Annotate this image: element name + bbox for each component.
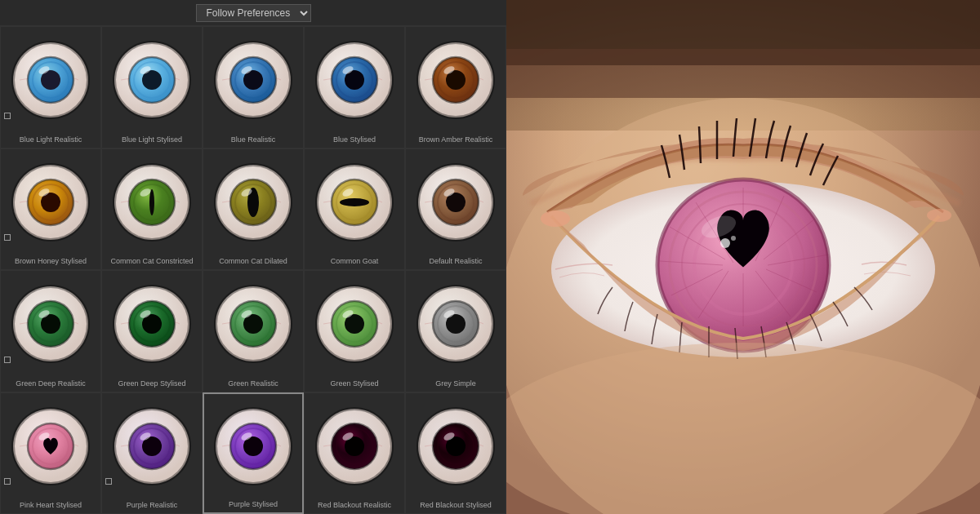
eyeball-container <box>1 149 100 256</box>
eye-item-label: Pink Heart Stylised <box>1 499 100 513</box>
eyeball-container <box>102 27 202 134</box>
item-indicator <box>4 113 11 119</box>
eye-item-label: Blue Realistic <box>203 134 303 148</box>
eyeball-container <box>1 271 100 378</box>
eyeball-container <box>305 393 404 500</box>
eyeball-container <box>406 149 506 256</box>
eyeball-svg <box>214 41 292 119</box>
eyeball-container <box>305 27 404 134</box>
eye-item-label: Green Stylised <box>305 378 404 392</box>
eyeball-container <box>102 271 202 378</box>
svg-point-46 <box>149 189 154 215</box>
eye-item[interactable]: Pink Heart Stylised <box>0 392 101 515</box>
eyeball-container <box>102 149 202 256</box>
eyeball-container <box>406 27 506 134</box>
eye-item[interactable]: Green Deep Realistic <box>0 270 101 392</box>
eye-item-label: Red Blackout Realistic <box>305 499 404 513</box>
eyeball-container <box>1 27 100 134</box>
right-panel <box>506 0 980 514</box>
eyeball-svg <box>11 163 90 241</box>
eye-item-label: Blue Light Realistic <box>1 134 100 148</box>
item-indicator <box>105 478 112 485</box>
eye-item[interactable]: Blue Light Realistic <box>0 26 101 148</box>
eye-item-label: Red Blackout Stylised <box>406 499 506 513</box>
eye-item-label: Blue Stylised <box>305 134 404 148</box>
eyeball-svg <box>416 407 495 485</box>
eye-item-label: Brown Honey Stylised <box>1 255 100 269</box>
item-indicator <box>4 234 11 241</box>
eyeball-container <box>406 393 506 500</box>
eye-item[interactable]: Red Blackout Stylised <box>405 392 506 515</box>
eye-item-label: Common Cat Constricted <box>102 255 202 269</box>
eye-item[interactable]: Brown Honey Stylised <box>0 148 101 271</box>
eye-item-label: Common Goat <box>305 255 404 269</box>
eyeball-svg <box>214 285 292 363</box>
eye-item-label: Green Deep Realistic <box>1 378 100 392</box>
eye-item-label: Default Realistic <box>406 255 506 269</box>
eyeball-container <box>203 149 303 256</box>
svg-point-166 <box>541 210 570 227</box>
eyeball-container <box>1 393 100 500</box>
svg-point-168 <box>506 343 980 514</box>
svg-point-167 <box>927 209 951 222</box>
eye-item-label: Grey Simple <box>406 378 506 392</box>
eyeball-svg <box>315 407 394 485</box>
svg-rect-143 <box>506 49 980 98</box>
eyeball-container <box>406 271 506 378</box>
left-panel: Follow PreferencesCustomPreset 1 Blue Li… <box>0 0 506 514</box>
eyeball-svg <box>315 163 394 241</box>
eye-item[interactable]: Blue Light Stylised <box>101 26 203 148</box>
eyeball-svg <box>416 285 495 363</box>
eye-item-label: Purple Stylised <box>204 498 302 512</box>
eye-item[interactable]: Grey Simple <box>405 270 506 392</box>
eye-item[interactable]: Blue Stylised <box>304 26 405 148</box>
eyeball-svg <box>113 285 191 363</box>
eye-item-label: Common Cat Dilated <box>203 255 303 269</box>
svg-point-60 <box>340 198 369 206</box>
eye-item-label: Green Realistic <box>203 378 303 392</box>
eye-item-label: Blue Light Stylised <box>102 134 202 148</box>
eye-grid: Blue Light RealisticBlue Light StylisedB… <box>0 26 506 514</box>
eyeball-svg <box>11 41 90 119</box>
eyeball-container <box>203 27 303 134</box>
eye-item[interactable]: Common Goat <box>304 148 405 271</box>
eyeball-container <box>305 271 404 378</box>
eye-item[interactable]: Purple Realistic <box>101 392 203 515</box>
eye-item[interactable]: Brown Amber Realistic <box>405 26 506 148</box>
item-indicator <box>4 357 11 363</box>
eyeball-svg <box>315 41 394 119</box>
eyeball-svg <box>416 41 495 119</box>
eyeball-svg <box>416 163 495 241</box>
eyeball-svg <box>113 407 191 485</box>
eye-item-label: Purple Realistic <box>102 499 202 513</box>
eye-item[interactable]: Red Blackout Realistic <box>304 392 405 515</box>
preferences-dropdown[interactable]: Follow PreferencesCustomPreset 1 <box>196 4 311 22</box>
eye-item[interactable]: Common Cat Dilated <box>203 148 304 271</box>
eye-item[interactable]: Green Realistic <box>203 270 304 392</box>
eye-item[interactable]: Green Stylised <box>304 270 405 392</box>
main-eye-view <box>506 0 980 514</box>
eyeball-svg <box>214 407 292 485</box>
eye-item[interactable]: Default Realistic <box>405 148 506 271</box>
eyeball-svg <box>315 285 394 363</box>
eyeball-container <box>204 394 302 499</box>
eyeball-svg <box>214 163 292 241</box>
eyeball-container <box>203 271 303 378</box>
eye-item-label: Green Deep Stylised <box>102 378 202 392</box>
eyeball-container <box>305 149 404 256</box>
eye-item-label: Brown Amber Realistic <box>406 134 506 148</box>
eyeball-container <box>102 393 202 500</box>
svg-point-163 <box>720 238 730 248</box>
eyeball-svg <box>113 41 191 119</box>
eye-item[interactable]: Blue Realistic <box>203 26 304 148</box>
eye-item[interactable]: Common Cat Constricted <box>101 148 203 271</box>
top-bar: Follow PreferencesCustomPreset 1 <box>0 0 506 26</box>
svg-point-164 <box>731 236 736 241</box>
eyeball-svg <box>11 285 90 363</box>
eye-item[interactable]: Green Deep Stylised <box>101 270 203 392</box>
eyeball-svg <box>11 407 90 485</box>
eyeball-svg <box>113 163 191 241</box>
item-indicator <box>4 478 11 485</box>
eye-item[interactable]: Purple Stylised <box>203 392 304 515</box>
